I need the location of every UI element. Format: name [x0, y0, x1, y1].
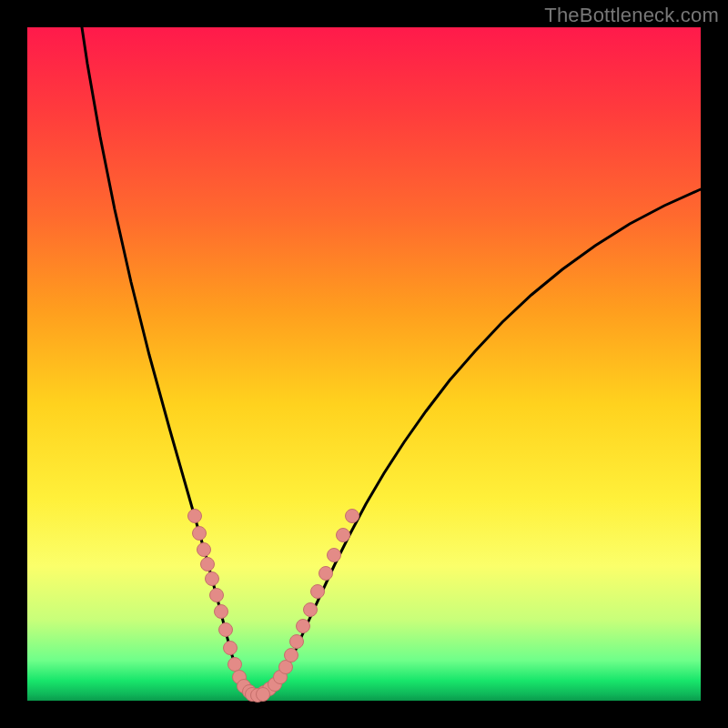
dot: [285, 649, 298, 662]
outer-frame: TheBottleneck.com: [0, 0, 728, 728]
dot: [224, 642, 238, 655]
highlight-dots: [188, 510, 359, 703]
dot: [304, 603, 318, 617]
dot: [319, 567, 333, 581]
dot: [206, 572, 219, 586]
dot: [328, 549, 341, 562]
dot: [337, 529, 350, 542]
dot: [290, 635, 304, 649]
dot: [188, 510, 202, 523]
dot: [297, 620, 310, 633]
dot: [257, 688, 270, 702]
dot: [228, 658, 242, 672]
bottleneck-curve-left: [82, 27, 257, 695]
dot: [201, 558, 215, 571]
dot: [210, 589, 224, 602]
dot: [346, 510, 359, 523]
dot: [215, 605, 228, 619]
dot: [197, 543, 211, 557]
dot: [219, 623, 233, 637]
dot: [193, 527, 207, 541]
plot-area: [27, 27, 701, 701]
dot: [311, 585, 325, 599]
chart-svg: [27, 27, 701, 701]
watermark-text: TheBottleneck.com: [544, 4, 719, 27]
bottleneck-curve-right: [257, 189, 701, 695]
